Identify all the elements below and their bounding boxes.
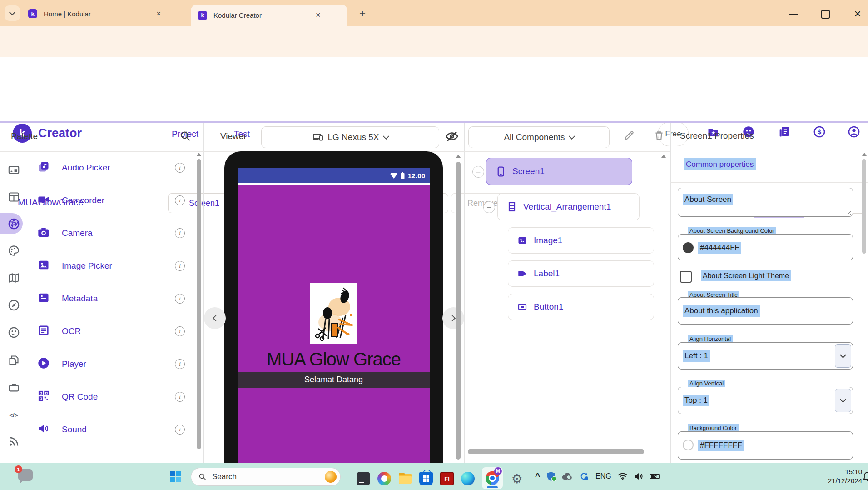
color-swatch[interactable]: [683, 242, 694, 253]
components-filter-select[interactable]: All Components: [468, 126, 610, 148]
category-social-icon[interactable]: [8, 326, 20, 340]
palette-item-sound[interactable]: Sound i: [28, 413, 203, 446]
components-horizontal-scrollbar[interactable]: [468, 449, 644, 454]
category-storage-icon[interactable]: [8, 354, 20, 368]
properties-scrollbar[interactable]: [862, 159, 866, 254]
tree-item-button1[interactable]: Button1: [508, 294, 654, 320]
category-drawing-icon[interactable]: [8, 245, 20, 259]
align-vertical-select[interactable]: Top : 1: [678, 387, 853, 414]
about-screen-textarea[interactable]: About Screen: [678, 188, 853, 217]
onedrive-cloud-icon[interactable]: [562, 472, 573, 480]
tree-item-label1[interactable]: Label1: [508, 260, 654, 287]
window-close-button[interactable]: ×: [850, 6, 865, 21]
sync-update-icon[interactable]: [579, 471, 589, 481]
search-input[interactable]: Search: [191, 468, 341, 486]
language-indicator[interactable]: ENG: [595, 472, 611, 480]
select-chevron-button[interactable]: [835, 344, 851, 368]
color-swatch[interactable]: [683, 440, 694, 450]
minimize-button[interactable]: [789, 14, 798, 15]
close-icon[interactable]: ×: [156, 9, 161, 19]
app-title-label[interactable]: MUA Glow Grace: [238, 349, 430, 370]
info-icon[interactable]: i: [175, 359, 185, 369]
palette-scrollbar[interactable]: [197, 159, 201, 449]
info-icon[interactable]: i: [175, 294, 185, 304]
palette-item-camcorder[interactable]: Camcorder i: [28, 184, 203, 217]
rename-component-icon[interactable]: [623, 130, 635, 143]
edge-browser-icon[interactable]: [461, 472, 475, 485]
palette-item-player[interactable]: Player i: [28, 348, 203, 380]
account-icon[interactable]: [848, 125, 860, 140]
monetize-dollar-icon[interactable]: $: [813, 125, 826, 140]
news-icon[interactable]: [778, 125, 790, 140]
category-media-icon[interactable]: [8, 218, 20, 232]
info-icon[interactable]: i: [175, 392, 185, 402]
background-color-field[interactable]: #FFFFFFFF: [678, 431, 853, 460]
info-icon[interactable]: i: [175, 261, 185, 271]
notification-bell-icon[interactable]: z: [863, 470, 868, 483]
palette-item-image-picker[interactable]: Image Picker i: [28, 250, 203, 282]
terminal-app-icon[interactable]: [357, 472, 370, 485]
app-logo-image[interactable]: [310, 283, 357, 344]
maximize-button[interactable]: [821, 10, 830, 19]
tab-kodular-creator-active[interactable]: k Kodular Creator ×: [191, 5, 347, 26]
info-icon[interactable]: i: [175, 228, 185, 238]
tray-battery-icon[interactable]: [650, 473, 660, 480]
tab-home[interactable]: k Home | Kodular ×: [28, 5, 183, 23]
tree-item-image1[interactable]: Image1: [508, 227, 654, 254]
category-user-interface-icon[interactable]: [8, 164, 20, 178]
select-chevron-button[interactable]: [835, 389, 851, 412]
tree-item-vertical-arrangement1[interactable]: Vertical_Arrangement1: [497, 193, 640, 220]
clock[interactable]: 15:10 21/12/2024: [808, 467, 862, 486]
collapse-screen1-button[interactable]: –: [472, 166, 484, 178]
category-experimental-icon[interactable]: [8, 435, 20, 450]
info-icon[interactable]: i: [175, 195, 185, 205]
palette-item-camera[interactable]: Camera i: [28, 217, 203, 250]
components-scroll-up-arrow[interactable]: [661, 155, 666, 158]
flash-app-icon[interactable]: Fl: [440, 472, 454, 485]
light-theme-checkbox[interactable]: [680, 271, 692, 283]
previous-screen-chevron[interactable]: [204, 307, 226, 329]
info-icon[interactable]: i: [175, 326, 185, 336]
device-select[interactable]: LG Nexus 5X: [261, 126, 439, 148]
tray-volume-icon[interactable]: [634, 472, 643, 480]
file-explorer-icon[interactable]: [398, 472, 412, 485]
tree-item-screen1[interactable]: Screen1: [486, 158, 632, 185]
category-connectivity-icon[interactable]: </>: [6, 409, 21, 423]
notification-balloon-icon[interactable]: 1: [18, 469, 33, 481]
category-maps-icon[interactable]: [8, 272, 20, 286]
palette-item-qr-code[interactable]: QR Code i: [28, 380, 203, 413]
chrome-active-app[interactable]: M: [482, 467, 503, 489]
copilot-orb-icon[interactable]: [325, 471, 337, 483]
delete-component-icon[interactable]: [653, 130, 665, 143]
new-tab-button[interactable]: +: [355, 6, 370, 21]
palette-item-metadata[interactable]: Metadata i: [28, 282, 203, 315]
category-utilities-icon[interactable]: [8, 381, 20, 395]
phone-screen[interactable]: 12:00: [238, 168, 430, 463]
palette-scroll-up-arrow[interactable]: [197, 153, 201, 156]
about-bg-color-field[interactable]: #444444FF: [678, 234, 853, 260]
tab-search-button[interactable]: [5, 5, 20, 21]
settings-gear-icon[interactable]: ⚙: [510, 472, 524, 485]
welcome-button[interactable]: Selamat Datang: [238, 372, 430, 388]
start-button[interactable]: [169, 470, 182, 485]
security-shield-icon[interactable]: [546, 471, 556, 481]
viewer-scroll-up-arrow[interactable]: [456, 155, 461, 158]
palette-search-icon[interactable]: [180, 130, 191, 144]
collapse-arrangement-button[interactable]: –: [483, 201, 495, 213]
close-icon[interactable]: ×: [316, 10, 321, 20]
tray-wifi-icon[interactable]: [618, 473, 628, 480]
viewer-scrollbar[interactable]: [456, 162, 461, 460]
paint-app-icon[interactable]: [377, 472, 391, 485]
category-sensors-icon[interactable]: [8, 299, 20, 313]
resize-handle-icon[interactable]: [846, 210, 851, 215]
align-horizontal-select[interactable]: Left : 1: [678, 342, 853, 370]
microsoft-store-icon[interactable]: [419, 472, 433, 485]
toggle-visibility-icon[interactable]: [445, 130, 459, 145]
next-screen-chevron[interactable]: [442, 307, 464, 329]
info-icon[interactable]: i: [175, 163, 185, 173]
palette-item-audio-picker[interactable]: Audio Picker i: [28, 151, 203, 184]
info-icon[interactable]: i: [175, 425, 185, 435]
palette-item-ocr[interactable]: OCR i: [28, 315, 203, 348]
properties-scroll-up-arrow[interactable]: [862, 153, 867, 156]
tray-expand-icon[interactable]: ^: [535, 471, 540, 481]
